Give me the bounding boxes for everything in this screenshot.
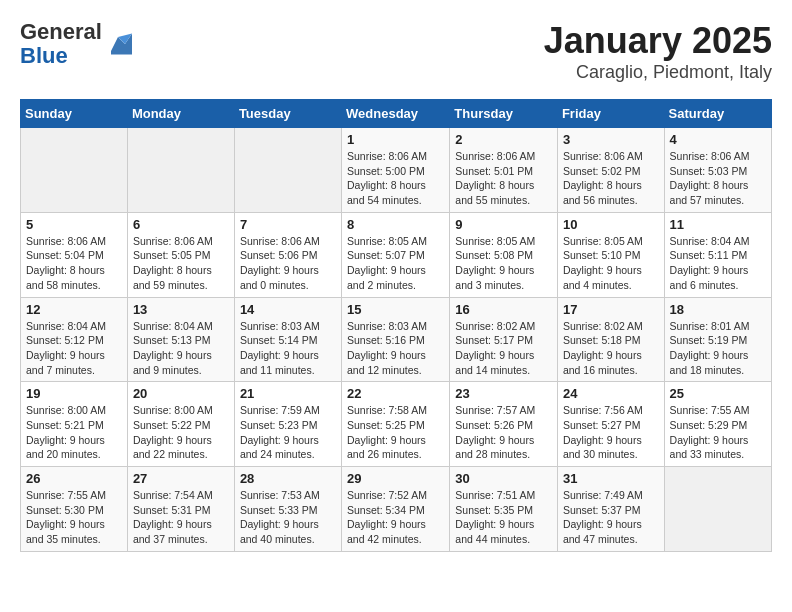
day-number: 22 — [347, 386, 444, 401]
calendar-cell: 27Sunrise: 7:54 AM Sunset: 5:31 PM Dayli… — [127, 467, 234, 552]
day-info: Sunrise: 8:05 AM Sunset: 5:07 PM Dayligh… — [347, 234, 444, 293]
day-info: Sunrise: 7:58 AM Sunset: 5:25 PM Dayligh… — [347, 403, 444, 462]
day-number: 11 — [670, 217, 766, 232]
calendar-cell — [234, 128, 341, 213]
header-saturday: Saturday — [664, 100, 771, 128]
day-number: 8 — [347, 217, 444, 232]
header-wednesday: Wednesday — [342, 100, 450, 128]
day-info: Sunrise: 8:06 AM Sunset: 5:02 PM Dayligh… — [563, 149, 659, 208]
day-info: Sunrise: 8:01 AM Sunset: 5:19 PM Dayligh… — [670, 319, 766, 378]
day-info: Sunrise: 7:55 AM Sunset: 5:29 PM Dayligh… — [670, 403, 766, 462]
calendar-cell: 5Sunrise: 8:06 AM Sunset: 5:04 PM Daylig… — [21, 212, 128, 297]
page-subtitle: Caraglio, Piedmont, Italy — [544, 62, 772, 83]
day-number: 9 — [455, 217, 552, 232]
calendar-cell: 13Sunrise: 8:04 AM Sunset: 5:13 PM Dayli… — [127, 297, 234, 382]
day-number: 12 — [26, 302, 122, 317]
logo-text: General Blue — [20, 20, 102, 68]
day-info: Sunrise: 7:56 AM Sunset: 5:27 PM Dayligh… — [563, 403, 659, 462]
day-info: Sunrise: 8:03 AM Sunset: 5:16 PM Dayligh… — [347, 319, 444, 378]
calendar-header-row: SundayMondayTuesdayWednesdayThursdayFrid… — [21, 100, 772, 128]
header-tuesday: Tuesday — [234, 100, 341, 128]
calendar-week-row: 26Sunrise: 7:55 AM Sunset: 5:30 PM Dayli… — [21, 467, 772, 552]
logo: General Blue — [20, 20, 132, 68]
calendar-cell: 10Sunrise: 8:05 AM Sunset: 5:10 PM Dayli… — [557, 212, 664, 297]
header-thursday: Thursday — [450, 100, 558, 128]
header-friday: Friday — [557, 100, 664, 128]
day-info: Sunrise: 7:59 AM Sunset: 5:23 PM Dayligh… — [240, 403, 336, 462]
day-info: Sunrise: 8:04 AM Sunset: 5:12 PM Dayligh… — [26, 319, 122, 378]
day-number: 31 — [563, 471, 659, 486]
day-number: 13 — [133, 302, 229, 317]
calendar-cell — [127, 128, 234, 213]
day-info: Sunrise: 8:04 AM Sunset: 5:11 PM Dayligh… — [670, 234, 766, 293]
day-info: Sunrise: 8:06 AM Sunset: 5:04 PM Dayligh… — [26, 234, 122, 293]
day-number: 5 — [26, 217, 122, 232]
day-number: 20 — [133, 386, 229, 401]
calendar-cell: 4Sunrise: 8:06 AM Sunset: 5:03 PM Daylig… — [664, 128, 771, 213]
day-info: Sunrise: 7:55 AM Sunset: 5:30 PM Dayligh… — [26, 488, 122, 547]
day-number: 28 — [240, 471, 336, 486]
day-number: 10 — [563, 217, 659, 232]
day-info: Sunrise: 8:06 AM Sunset: 5:05 PM Dayligh… — [133, 234, 229, 293]
calendar-week-row: 1Sunrise: 8:06 AM Sunset: 5:00 PM Daylig… — [21, 128, 772, 213]
calendar-cell: 18Sunrise: 8:01 AM Sunset: 5:19 PM Dayli… — [664, 297, 771, 382]
calendar-cell: 6Sunrise: 8:06 AM Sunset: 5:05 PM Daylig… — [127, 212, 234, 297]
logo-general: General — [20, 19, 102, 44]
calendar-cell: 1Sunrise: 8:06 AM Sunset: 5:00 PM Daylig… — [342, 128, 450, 213]
day-info: Sunrise: 7:53 AM Sunset: 5:33 PM Dayligh… — [240, 488, 336, 547]
calendar-cell: 2Sunrise: 8:06 AM Sunset: 5:01 PM Daylig… — [450, 128, 558, 213]
day-number: 16 — [455, 302, 552, 317]
calendar-cell: 7Sunrise: 8:06 AM Sunset: 5:06 PM Daylig… — [234, 212, 341, 297]
day-number: 3 — [563, 132, 659, 147]
calendar-cell: 30Sunrise: 7:51 AM Sunset: 5:35 PM Dayli… — [450, 467, 558, 552]
day-number: 25 — [670, 386, 766, 401]
day-number: 1 — [347, 132, 444, 147]
day-info: Sunrise: 8:02 AM Sunset: 5:17 PM Dayligh… — [455, 319, 552, 378]
page-header: General Blue January 2025 Caraglio, Pied… — [20, 20, 772, 83]
day-number: 23 — [455, 386, 552, 401]
day-number: 2 — [455, 132, 552, 147]
day-number: 18 — [670, 302, 766, 317]
day-number: 15 — [347, 302, 444, 317]
day-info: Sunrise: 7:51 AM Sunset: 5:35 PM Dayligh… — [455, 488, 552, 547]
day-number: 26 — [26, 471, 122, 486]
title-block: January 2025 Caraglio, Piedmont, Italy — [544, 20, 772, 83]
calendar-cell: 31Sunrise: 7:49 AM Sunset: 5:37 PM Dayli… — [557, 467, 664, 552]
calendar-week-row: 19Sunrise: 8:00 AM Sunset: 5:21 PM Dayli… — [21, 382, 772, 467]
day-info: Sunrise: 8:06 AM Sunset: 5:06 PM Dayligh… — [240, 234, 336, 293]
calendar-cell: 20Sunrise: 8:00 AM Sunset: 5:22 PM Dayli… — [127, 382, 234, 467]
day-number: 30 — [455, 471, 552, 486]
day-info: Sunrise: 8:00 AM Sunset: 5:21 PM Dayligh… — [26, 403, 122, 462]
calendar-cell: 14Sunrise: 8:03 AM Sunset: 5:14 PM Dayli… — [234, 297, 341, 382]
calendar-cell: 25Sunrise: 7:55 AM Sunset: 5:29 PM Dayli… — [664, 382, 771, 467]
day-number: 19 — [26, 386, 122, 401]
calendar-cell: 26Sunrise: 7:55 AM Sunset: 5:30 PM Dayli… — [21, 467, 128, 552]
calendar-cell: 17Sunrise: 8:02 AM Sunset: 5:18 PM Dayli… — [557, 297, 664, 382]
calendar-cell: 22Sunrise: 7:58 AM Sunset: 5:25 PM Dayli… — [342, 382, 450, 467]
logo-icon — [104, 30, 132, 58]
day-number: 6 — [133, 217, 229, 232]
header-monday: Monday — [127, 100, 234, 128]
day-number: 7 — [240, 217, 336, 232]
header-sunday: Sunday — [21, 100, 128, 128]
calendar-week-row: 12Sunrise: 8:04 AM Sunset: 5:12 PM Dayli… — [21, 297, 772, 382]
calendar-cell: 19Sunrise: 8:00 AM Sunset: 5:21 PM Dayli… — [21, 382, 128, 467]
day-number: 24 — [563, 386, 659, 401]
day-number: 27 — [133, 471, 229, 486]
day-number: 4 — [670, 132, 766, 147]
calendar-table: SundayMondayTuesdayWednesdayThursdayFrid… — [20, 99, 772, 552]
day-info: Sunrise: 7:49 AM Sunset: 5:37 PM Dayligh… — [563, 488, 659, 547]
day-info: Sunrise: 8:02 AM Sunset: 5:18 PM Dayligh… — [563, 319, 659, 378]
day-info: Sunrise: 8:06 AM Sunset: 5:03 PM Dayligh… — [670, 149, 766, 208]
day-info: Sunrise: 7:52 AM Sunset: 5:34 PM Dayligh… — [347, 488, 444, 547]
calendar-cell: 23Sunrise: 7:57 AM Sunset: 5:26 PM Dayli… — [450, 382, 558, 467]
calendar-cell: 15Sunrise: 8:03 AM Sunset: 5:16 PM Dayli… — [342, 297, 450, 382]
day-info: Sunrise: 8:04 AM Sunset: 5:13 PM Dayligh… — [133, 319, 229, 378]
day-info: Sunrise: 8:00 AM Sunset: 5:22 PM Dayligh… — [133, 403, 229, 462]
day-info: Sunrise: 8:05 AM Sunset: 5:08 PM Dayligh… — [455, 234, 552, 293]
calendar-cell: 12Sunrise: 8:04 AM Sunset: 5:12 PM Dayli… — [21, 297, 128, 382]
day-info: Sunrise: 8:05 AM Sunset: 5:10 PM Dayligh… — [563, 234, 659, 293]
day-info: Sunrise: 7:54 AM Sunset: 5:31 PM Dayligh… — [133, 488, 229, 547]
day-number: 17 — [563, 302, 659, 317]
calendar-cell: 3Sunrise: 8:06 AM Sunset: 5:02 PM Daylig… — [557, 128, 664, 213]
